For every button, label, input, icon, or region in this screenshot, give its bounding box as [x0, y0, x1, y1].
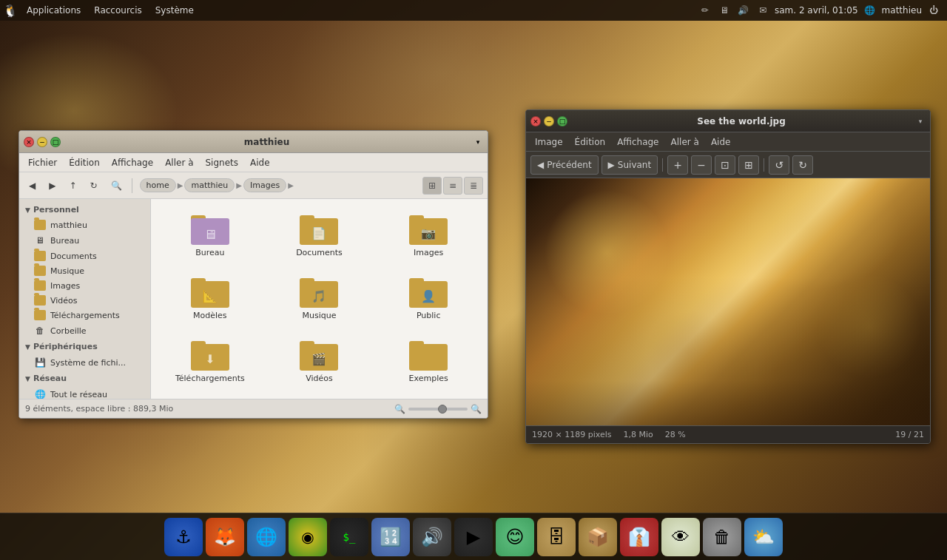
fm-menu-fichier[interactable]: Fichier — [22, 155, 63, 170]
dock-presentation[interactable]: 👔 — [620, 518, 658, 556]
dock-trash[interactable]: 🗑 — [703, 518, 741, 556]
breadcrumb-matthieu[interactable]: matthieu — [184, 178, 235, 192]
fm-back-button[interactable]: ◀ — [24, 176, 41, 195]
iv-maximize-button[interactable]: □ — [557, 116, 567, 126]
dock-weather[interactable]: ⛅ — [744, 518, 783, 556]
fm-toolbar: ◀ ▶ ↑ ↻ 🔍 home ▶ matthieu ▶ Images ▶ ⊞ ≡… — [19, 172, 488, 199]
iv-close-button[interactable]: × — [530, 116, 541, 126]
breadcrumb-sep-1: ▶ — [178, 181, 183, 189]
sidebar-item-documents[interactable]: Documents — [21, 249, 149, 263]
iv-prev-button[interactable]: ◀ Précédent — [530, 155, 599, 175]
dock-chat[interactable]: 😊 — [496, 518, 534, 556]
dock-eye[interactable]: 👁 — [661, 518, 700, 556]
iv-next-button[interactable]: ▶ Suivant — [601, 155, 658, 175]
iv-zoom-out-button[interactable]: − — [691, 155, 712, 175]
iv-menu-affichage[interactable]: Affichage — [611, 135, 664, 149]
zoom-in-icon[interactable]: 🔍 — [471, 404, 482, 414]
fm-menubar: Fichier Édition Affichage Aller à Signet… — [19, 153, 488, 172]
sidebar-item-images[interactable]: Images — [21, 278, 149, 293]
fm-menu-allera[interactable]: Aller à — [159, 155, 199, 170]
raccourcis-menu[interactable]: Raccourcis — [88, 2, 147, 18]
sidebar-section-reseau[interactable]: ▼ Réseau — [19, 371, 150, 386]
file-item-documents[interactable]: 📄 Documents — [268, 206, 371, 263]
fm-maximize-button[interactable]: □ — [50, 137, 61, 147]
breadcrumb-home[interactable]: home — [140, 178, 176, 192]
fm-menu-signets[interactable]: Signets — [200, 155, 245, 170]
sidebar-item-matthieu[interactable]: matthieu — [21, 217, 149, 232]
sidebar-section-peripheriques[interactable]: ▼ Périphériques — [19, 339, 150, 354]
file-item-telechargements[interactable]: ⬇ Téléchargements — [158, 332, 262, 389]
iv-toolbar-sep1 — [662, 158, 663, 172]
fm-reload-button[interactable]: ↻ — [85, 176, 103, 195]
pen-icon[interactable]: ✏️ — [698, 3, 712, 18]
fm-search-button[interactable]: 🔍 — [106, 176, 127, 195]
file-item-exemples[interactable]: Exemples — [377, 332, 480, 389]
iv-menu-aide[interactable]: Aide — [705, 135, 737, 149]
iv-fit-button[interactable]: ⊡ — [715, 155, 735, 175]
network-icon[interactable]: 🌐 — [863, 3, 877, 18]
power-icon[interactable]: ⏻ — [926, 3, 941, 18]
file-item-videos[interactable]: 🎬 Vidéos — [268, 332, 371, 389]
file-item-modeles[interactable]: 📐 Modèles — [158, 269, 262, 326]
folder-telechargements-icon: ⬇ — [191, 338, 229, 371]
username: matthieu — [882, 5, 922, 16]
peripheriques-label: Périphériques — [33, 342, 98, 351]
taskbar: ⚓ 🦊 🌐 ◉ $_ 🔢 🔊 ▶ 😊 🗄 📦 👔 👁 🗑 ⛅ — [0, 513, 947, 560]
distro-logo[interactable]: 🐧 — [0, 0, 21, 21]
iv-rotate-right-button[interactable]: ↻ — [792, 155, 813, 175]
fm-menu-edition[interactable]: Édition — [63, 155, 106, 170]
dock-media[interactable]: ▶ — [454, 518, 493, 556]
sidebar-item-bureau[interactable]: 🖥 Bureau — [21, 232, 149, 249]
fm-close-button[interactable]: × — [24, 137, 34, 147]
iv-arrow-button[interactable]: ▾ — [915, 116, 926, 126]
file-item-musique[interactable]: 🎵 Musique — [268, 269, 371, 326]
fm-menu-affichage[interactable]: Affichage — [106, 155, 159, 170]
dock-files[interactable]: 🗄 — [537, 518, 576, 556]
systeme-icon: 💾 — [34, 357, 46, 368]
view-compact-button[interactable]: ≣ — [464, 177, 483, 195]
dock-anchor[interactable]: ⚓ — [164, 518, 203, 556]
sidebar-item-reseau[interactable]: 🌐 Tout le réseau — [21, 386, 149, 399]
iv-menu-image[interactable]: Image — [529, 135, 569, 149]
fm-titlebar: × − □ matthieu ▾ — [19, 131, 488, 153]
breadcrumb-images[interactable]: Images — [243, 178, 286, 192]
sidebar-item-videos[interactable]: Vidéos — [21, 293, 149, 308]
iv-normal-size-button[interactable]: ⊞ — [738, 155, 759, 175]
view-list-button[interactable]: ≡ — [443, 177, 462, 195]
iv-menu-allera[interactable]: Aller à — [665, 135, 705, 149]
applications-menu[interactable]: Applications — [21, 2, 87, 18]
fm-forward-button[interactable]: ▶ — [44, 176, 61, 195]
dock-archive[interactable]: 📦 — [579, 518, 617, 556]
sidebar-item-corbeille[interactable]: 🗑 Corbeille — [21, 323, 149, 339]
iv-menu-edition[interactable]: Édition — [569, 135, 612, 149]
speaker-icon[interactable]: 🔊 — [736, 3, 751, 18]
fm-minimize-button[interactable]: − — [37, 137, 47, 147]
systeme-menu[interactable]: Système — [149, 2, 200, 18]
fm-menu-aide[interactable]: Aide — [244, 155, 276, 170]
monitor-icon[interactable]: 🖥 — [717, 3, 732, 18]
mail-icon[interactable]: ✉ — [755, 3, 770, 18]
iv-rotate-left-button[interactable]: ↺ — [769, 155, 789, 175]
sidebar-item-musique[interactable]: Musique — [21, 263, 149, 278]
dock-calculator[interactable]: 🔢 — [371, 518, 410, 556]
fm-up-button[interactable]: ↑ — [64, 176, 81, 195]
dock-chrome[interactable]: ◉ — [289, 518, 327, 556]
dock-sound[interactable]: 🔊 — [413, 518, 451, 556]
file-item-images[interactable]: 📷 Images — [377, 206, 480, 263]
sidebar-item-telechargements[interactable]: Téléchargements — [21, 308, 149, 323]
zoom-slider[interactable] — [408, 408, 468, 411]
dock-firefox[interactable]: 🦊 — [206, 518, 244, 556]
file-item-bureau[interactable]: 🖥 Bureau — [158, 206, 262, 263]
dock-terminal[interactable]: $_ — [330, 518, 368, 556]
file-item-public[interactable]: 👤 Public — [377, 269, 480, 326]
dock-internet[interactable]: 🌐 — [247, 518, 286, 556]
iv-statusbar: 1920 × 1189 pixels 1,8 Mio 28 % 19 / 21 — [526, 425, 930, 443]
sidebar-section-personnel[interactable]: ▼ Personnel — [19, 202, 150, 217]
iv-zoom: 28 % — [665, 430, 686, 439]
iv-minimize-button[interactable]: − — [544, 116, 554, 126]
zoom-out-icon[interactable]: 🔍 — [394, 404, 405, 414]
iv-zoom-in-button[interactable]: + — [667, 155, 688, 175]
sidebar-item-systeme[interactable]: 💾 Système de fichi... — [21, 354, 149, 371]
fm-arrow-right[interactable]: ▾ — [473, 137, 483, 147]
view-icons-button[interactable]: ⊞ — [422, 177, 442, 195]
